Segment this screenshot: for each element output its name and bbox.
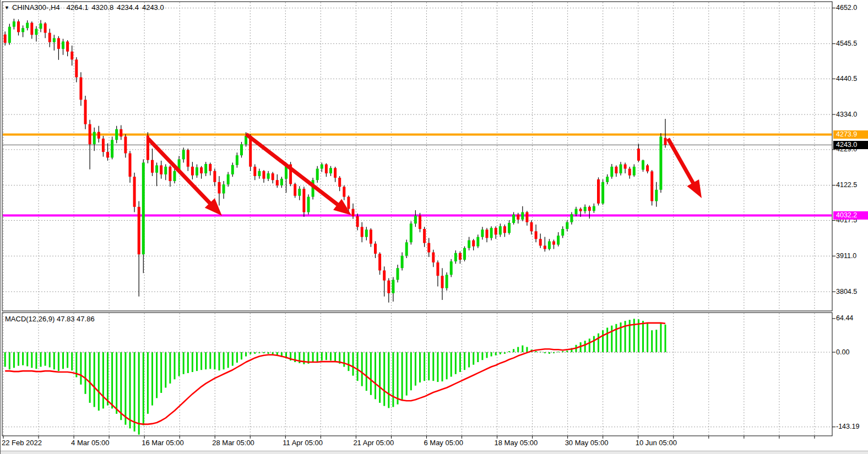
candle-body (410, 223, 413, 242)
macd-bar (13, 352, 15, 368)
macd-bar (383, 352, 385, 406)
macd-bar (432, 352, 434, 381)
candle-body (124, 136, 127, 153)
macd-bar (584, 341, 586, 352)
candle-body (628, 169, 631, 176)
macd-bar (357, 352, 359, 381)
candle-body (378, 254, 381, 270)
candle-body (75, 59, 78, 77)
candle-body (535, 231, 538, 239)
macd-bar (187, 352, 189, 373)
candle-body (84, 100, 87, 124)
candle-body (173, 171, 176, 181)
candle-body (26, 23, 29, 28)
candle-body (441, 276, 444, 288)
macd-bar (236, 352, 238, 363)
candle-body (138, 207, 140, 254)
candle-body (307, 197, 310, 212)
horizontal-gridlines (3, 8, 832, 427)
macd-bar (486, 352, 488, 358)
macd-bar (642, 321, 644, 352)
candle-body (405, 242, 408, 255)
candle-body (659, 136, 662, 190)
macd-bar (500, 352, 501, 354)
horizontal-price-lines[interactable] (3, 135, 832, 216)
macd-bar (446, 352, 448, 379)
macd-bar (437, 352, 438, 382)
macd-bar (602, 330, 604, 352)
macd-bar (375, 352, 376, 399)
macd-bar (120, 352, 122, 420)
macd-bar (464, 352, 465, 370)
ohlc-close: 4243.0 (142, 3, 164, 12)
macd-bar (442, 352, 443, 381)
macd-bar (611, 326, 612, 352)
candle-body (196, 167, 198, 176)
candle-body (361, 227, 364, 237)
macd-bar (402, 352, 403, 400)
macd-bar (124, 352, 126, 425)
candle-body (169, 167, 171, 181)
macd-bar (49, 352, 51, 367)
macd-bar (18, 352, 19, 366)
candle-body (633, 167, 636, 176)
macd-bar (116, 352, 117, 414)
candle-body (548, 242, 551, 249)
macd-bar (366, 352, 367, 391)
candle-body (218, 182, 221, 194)
macd-bar (428, 352, 430, 380)
candle-body (70, 52, 73, 60)
candle-body (106, 152, 109, 157)
candle-body (227, 174, 230, 184)
trend-arrow-head (687, 179, 702, 198)
chart-canvas[interactable] (1, 0, 868, 454)
candle-body (4, 35, 7, 43)
macd-bar (665, 325, 666, 352)
candle-body (79, 77, 82, 100)
macd-values: 47.83 47.86 (57, 315, 95, 323)
candle-body (521, 212, 524, 220)
candle-body (102, 139, 105, 152)
candle-body (392, 280, 394, 293)
candle-body (570, 214, 573, 222)
candles (4, 19, 667, 303)
candle-body (664, 138, 667, 145)
macd-bar (330, 352, 332, 360)
macd-bar (647, 324, 648, 352)
macd-bar (98, 352, 100, 411)
macd-bar (196, 352, 198, 371)
candle-body (374, 244, 377, 254)
macd-bar (348, 352, 349, 371)
macd-bar (232, 352, 234, 366)
candle-body (44, 24, 47, 33)
candle-body (35, 29, 37, 35)
macd-bar (192, 352, 193, 372)
candle-body (272, 173, 274, 180)
candle-body (21, 28, 24, 32)
macd-bar (111, 352, 113, 408)
candle-body (436, 262, 439, 276)
candle-body (120, 129, 122, 136)
collapse-triangle-icon[interactable]: ▼ (4, 5, 9, 10)
candle-body (646, 165, 649, 171)
candle-body (423, 229, 426, 243)
candle-body (655, 190, 658, 201)
candle-body (508, 223, 511, 233)
macd-bar (129, 352, 131, 428)
macd-bar (143, 352, 144, 425)
candle-body (601, 182, 604, 204)
macd-bar (361, 352, 363, 386)
candle-body (231, 165, 234, 174)
macd-bar (214, 352, 215, 369)
macd-bar (9, 352, 10, 369)
candle-body (476, 237, 479, 247)
candle-body (164, 167, 167, 174)
macd-bar (160, 352, 162, 393)
trend-arrows[interactable] (148, 134, 702, 216)
macd-bar (410, 352, 412, 390)
candle-body (258, 171, 261, 176)
candle-body (160, 165, 162, 174)
candle-body (615, 167, 617, 173)
candle-body (584, 207, 587, 211)
candle-body (129, 154, 132, 177)
